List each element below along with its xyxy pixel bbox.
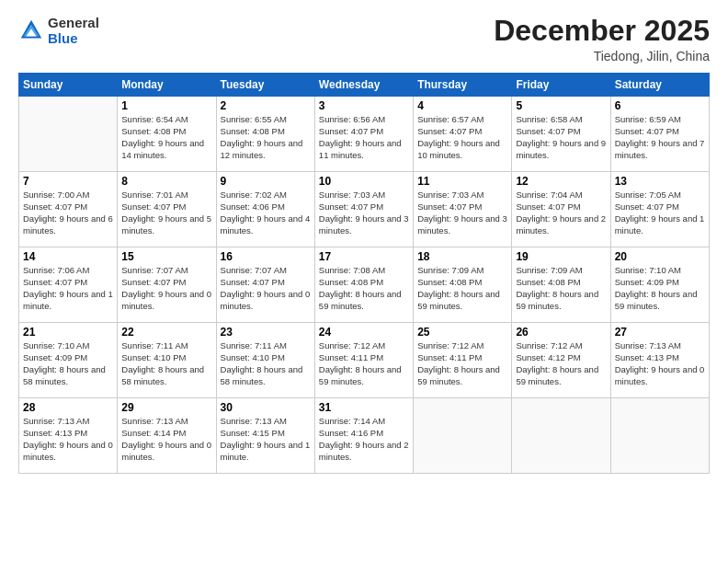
calendar-cell: 19Sunrise: 7:09 AMSunset: 4:08 PMDayligh…	[512, 247, 610, 323]
day-info: Sunrise: 7:13 AMSunset: 4:13 PMDaylight:…	[615, 340, 705, 387]
day-info: Sunrise: 7:03 AMSunset: 4:07 PMDaylight:…	[319, 190, 409, 236]
day-number: 21	[23, 326, 113, 339]
calendar-cell: 10Sunrise: 7:03 AMSunset: 4:07 PMDayligh…	[314, 172, 413, 247]
day-number: 29	[121, 401, 211, 414]
day-number: 10	[319, 175, 409, 188]
day-number: 17	[319, 250, 409, 263]
calendar-cell: 14Sunrise: 7:06 AMSunset: 4:07 PMDayligh…	[19, 247, 118, 323]
day-info: Sunrise: 6:54 AMSunset: 4:08 PMDaylight:…	[121, 114, 211, 161]
day-number: 19	[516, 250, 606, 263]
location: Tiedong, Jilin, China	[494, 49, 710, 63]
day-number: 11	[417, 175, 507, 188]
day-number: 27	[615, 326, 705, 339]
calendar-body: 1Sunrise: 6:54 AMSunset: 4:08 PMDaylight…	[19, 97, 710, 474]
day-number: 12	[516, 175, 606, 188]
week-row: 14Sunrise: 7:06 AMSunset: 4:07 PMDayligh…	[19, 247, 710, 323]
day-info: Sunrise: 7:04 AMSunset: 4:07 PMDaylight:…	[516, 190, 606, 236]
weekday-header-monday: Monday	[118, 74, 216, 97]
day-number: 16	[221, 250, 311, 263]
day-number: 18	[417, 250, 507, 263]
calendar-cell: 11Sunrise: 7:03 AMSunset: 4:07 PMDayligh…	[414, 172, 512, 247]
calendar-cell: 3Sunrise: 6:56 AMSunset: 4:07 PMDaylight…	[314, 97, 413, 172]
calendar-cell: 30Sunrise: 7:13 AMSunset: 4:15 PMDayligh…	[216, 398, 314, 474]
day-info: Sunrise: 7:00 AMSunset: 4:07 PMDaylight:…	[23, 190, 113, 236]
day-info: Sunrise: 6:57 AMSunset: 4:07 PMDaylight:…	[417, 114, 507, 161]
calendar-cell: 29Sunrise: 7:13 AMSunset: 4:14 PMDayligh…	[118, 398, 216, 474]
day-number: 25	[417, 326, 507, 339]
day-number: 30	[221, 401, 311, 414]
day-number: 14	[23, 250, 113, 263]
day-info: Sunrise: 7:07 AMSunset: 4:07 PMDaylight:…	[121, 265, 211, 312]
logo-general: General	[48, 15, 99, 30]
week-row: 1Sunrise: 6:54 AMSunset: 4:08 PMDaylight…	[19, 97, 710, 172]
day-number: 28	[23, 401, 113, 414]
calendar-cell: 23Sunrise: 7:11 AMSunset: 4:10 PMDayligh…	[216, 323, 314, 398]
calendar-header: SundayMondayTuesdayWednesdayThursdayFrid…	[19, 74, 710, 97]
day-info: Sunrise: 7:13 AMSunset: 4:15 PMDaylight:…	[221, 416, 311, 463]
day-number: 1	[121, 99, 211, 112]
calendar-cell: 20Sunrise: 7:10 AMSunset: 4:09 PMDayligh…	[610, 247, 709, 323]
calendar-cell: 1Sunrise: 6:54 AMSunset: 4:08 PMDaylight…	[118, 97, 216, 172]
month-title: December 2025	[494, 15, 710, 47]
calendar-cell: 13Sunrise: 7:05 AMSunset: 4:07 PMDayligh…	[610, 172, 709, 247]
day-info: Sunrise: 6:56 AMSunset: 4:07 PMDaylight:…	[319, 114, 409, 161]
logo-text: General Blue	[48, 15, 99, 47]
calendar-cell: 28Sunrise: 7:13 AMSunset: 4:13 PMDayligh…	[19, 398, 118, 474]
day-number: 31	[319, 401, 409, 414]
day-number: 26	[516, 326, 606, 339]
calendar-cell: 22Sunrise: 7:11 AMSunset: 4:10 PMDayligh…	[118, 323, 216, 398]
week-row: 28Sunrise: 7:13 AMSunset: 4:13 PMDayligh…	[19, 398, 710, 474]
day-info: Sunrise: 7:11 AMSunset: 4:10 PMDaylight:…	[221, 340, 311, 387]
day-info: Sunrise: 7:12 AMSunset: 4:11 PMDaylight:…	[417, 340, 507, 387]
calendar-cell	[610, 398, 709, 474]
week-row: 7Sunrise: 7:00 AMSunset: 4:07 PMDaylight…	[19, 172, 710, 247]
day-info: Sunrise: 7:13 AMSunset: 4:13 PMDaylight:…	[23, 416, 113, 463]
day-info: Sunrise: 7:07 AMSunset: 4:07 PMDaylight:…	[221, 265, 311, 312]
page-header: General Blue December 2025 Tiedong, Jili…	[18, 15, 710, 63]
day-info: Sunrise: 7:08 AMSunset: 4:08 PMDaylight:…	[319, 265, 409, 312]
day-number: 22	[121, 326, 211, 339]
calendar-cell: 26Sunrise: 7:12 AMSunset: 4:12 PMDayligh…	[512, 323, 610, 398]
day-info: Sunrise: 7:13 AMSunset: 4:14 PMDaylight:…	[121, 416, 211, 463]
calendar-cell: 17Sunrise: 7:08 AMSunset: 4:08 PMDayligh…	[314, 247, 413, 323]
day-info: Sunrise: 6:59 AMSunset: 4:07 PMDaylight:…	[615, 114, 705, 161]
day-info: Sunrise: 7:09 AMSunset: 4:08 PMDaylight:…	[417, 265, 507, 312]
day-number: 3	[319, 99, 409, 112]
calendar-cell: 18Sunrise: 7:09 AMSunset: 4:08 PMDayligh…	[414, 247, 512, 323]
weekday-header-friday: Friday	[512, 74, 610, 97]
title-block: December 2025 Tiedong, Jilin, China	[494, 15, 710, 63]
weekday-header-sunday: Sunday	[19, 74, 118, 97]
day-number: 6	[615, 99, 705, 112]
weekday-header-wednesday: Wednesday	[314, 74, 413, 97]
day-number: 24	[319, 326, 409, 339]
calendar-cell: 6Sunrise: 6:59 AMSunset: 4:07 PMDaylight…	[610, 97, 709, 172]
calendar-cell: 4Sunrise: 6:57 AMSunset: 4:07 PMDaylight…	[414, 97, 512, 172]
day-number: 15	[121, 250, 211, 263]
day-info: Sunrise: 7:14 AMSunset: 4:16 PMDaylight:…	[319, 416, 409, 463]
day-info: Sunrise: 7:10 AMSunset: 4:09 PMDaylight:…	[615, 265, 705, 312]
calendar-cell: 12Sunrise: 7:04 AMSunset: 4:07 PMDayligh…	[512, 172, 610, 247]
calendar-cell: 5Sunrise: 6:58 AMSunset: 4:07 PMDaylight…	[512, 97, 610, 172]
calendar-table: SundayMondayTuesdayWednesdayThursdayFrid…	[18, 73, 710, 474]
calendar-cell: 27Sunrise: 7:13 AMSunset: 4:13 PMDayligh…	[610, 323, 709, 398]
day-info: Sunrise: 6:58 AMSunset: 4:07 PMDaylight:…	[516, 114, 606, 161]
day-number: 8	[121, 175, 211, 188]
day-info: Sunrise: 7:05 AMSunset: 4:07 PMDaylight:…	[615, 190, 705, 236]
day-info: Sunrise: 7:01 AMSunset: 4:07 PMDaylight:…	[121, 190, 211, 236]
day-info: Sunrise: 7:02 AMSunset: 4:06 PMDaylight:…	[221, 190, 311, 236]
calendar-cell: 24Sunrise: 7:12 AMSunset: 4:11 PMDayligh…	[314, 323, 413, 398]
calendar-cell	[19, 97, 118, 172]
logo: General Blue	[18, 15, 99, 47]
day-info: Sunrise: 7:03 AMSunset: 4:07 PMDaylight:…	[417, 190, 507, 236]
calendar-cell: 7Sunrise: 7:00 AMSunset: 4:07 PMDaylight…	[19, 172, 118, 247]
day-info: Sunrise: 7:12 AMSunset: 4:11 PMDaylight:…	[319, 340, 409, 387]
calendar-cell: 8Sunrise: 7:01 AMSunset: 4:07 PMDaylight…	[118, 172, 216, 247]
logo-icon	[18, 17, 44, 43]
day-number: 20	[615, 250, 705, 263]
day-info: Sunrise: 6:55 AMSunset: 4:08 PMDaylight:…	[221, 114, 311, 161]
day-number: 2	[221, 99, 311, 112]
day-info: Sunrise: 7:11 AMSunset: 4:10 PMDaylight:…	[121, 340, 211, 387]
calendar-cell: 9Sunrise: 7:02 AMSunset: 4:06 PMDaylight…	[216, 172, 314, 247]
day-info: Sunrise: 7:10 AMSunset: 4:09 PMDaylight:…	[23, 340, 113, 387]
calendar-cell: 2Sunrise: 6:55 AMSunset: 4:08 PMDaylight…	[216, 97, 314, 172]
